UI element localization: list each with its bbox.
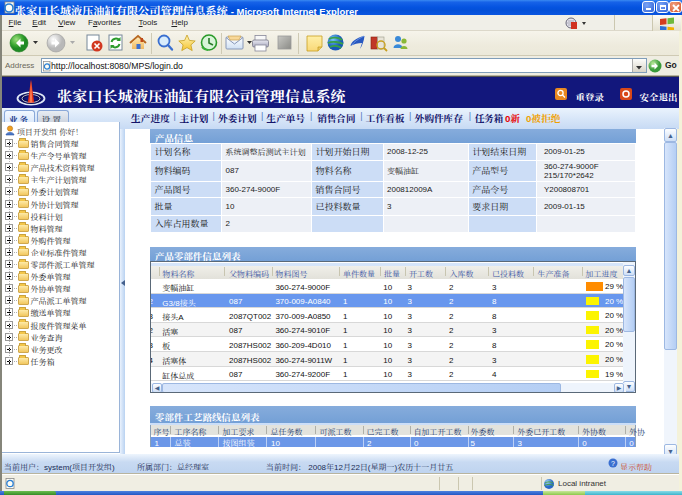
svg-text:?: ? bbox=[611, 460, 615, 467]
